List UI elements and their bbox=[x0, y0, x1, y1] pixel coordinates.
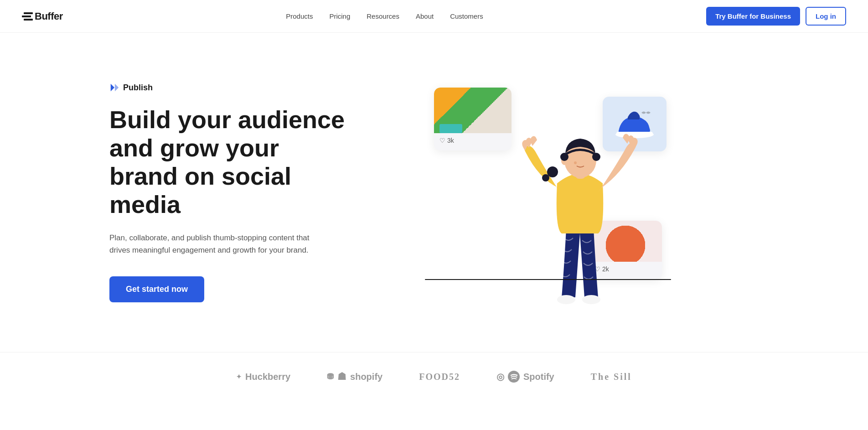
hero-content: Publish Build your audience and grow you… bbox=[109, 83, 346, 302]
svg-point-7 bbox=[560, 153, 568, 161]
publish-badge: Publish bbox=[109, 83, 346, 93]
logo-the-sill: The Sill bbox=[591, 372, 632, 382]
food52-label: FOOD52 bbox=[419, 372, 460, 382]
logo-text: Buffer bbox=[35, 10, 63, 22]
navbar: Buffer Products Pricing Resources About … bbox=[0, 0, 868, 33]
publish-icon bbox=[109, 83, 119, 93]
shopify-label: shopify bbox=[350, 372, 382, 382]
nav-pricing[interactable]: Pricing bbox=[329, 12, 350, 20]
illustration: ♡ 3k bbox=[434, 78, 671, 306]
nav-products[interactable]: Products bbox=[286, 12, 313, 20]
svg-point-9 bbox=[574, 161, 577, 164]
logo-shopify: ☗ shopify bbox=[327, 371, 382, 383]
buffer-logo-icon bbox=[22, 12, 31, 21]
logo-spotify: Spotify bbox=[496, 371, 554, 383]
card-likes-1: ♡ 3k bbox=[434, 133, 512, 144]
card-image-1 bbox=[434, 88, 512, 133]
ground-line bbox=[425, 279, 671, 280]
hero-illustration: ♡ 3k bbox=[346, 78, 759, 306]
nav-links: Products Pricing Resources About Custome… bbox=[286, 12, 483, 20]
logo-food52: FOOD52 bbox=[419, 372, 460, 382]
svg-point-11 bbox=[547, 166, 558, 177]
badge-label: Publish bbox=[123, 83, 153, 93]
login-button[interactable]: Log in bbox=[806, 7, 846, 26]
logo-huckberry: Huckberry bbox=[236, 372, 290, 382]
the-sill-label: The Sill bbox=[591, 372, 632, 382]
shopify-icon: ☗ bbox=[337, 371, 346, 383]
hero-section: Publish Build your audience and grow you… bbox=[0, 33, 868, 352]
logo-link[interactable]: Buffer bbox=[22, 10, 63, 22]
social-card-1: ♡ 3k bbox=[434, 88, 512, 150]
svg-point-8 bbox=[592, 153, 600, 161]
nav-resources[interactable]: Resources bbox=[367, 12, 399, 20]
get-started-button[interactable]: Get started now bbox=[109, 276, 204, 302]
huckberry-label: Huckberry bbox=[245, 372, 290, 382]
hero-title: Build your audience and grow your brand … bbox=[109, 105, 346, 218]
spotify-label: Spotify bbox=[523, 372, 554, 382]
nav-customers[interactable]: Customers bbox=[450, 12, 483, 20]
nav-actions: Try Buffer for Business Log in bbox=[706, 7, 846, 26]
spotify-icon bbox=[508, 371, 520, 383]
logos-bar: Huckberry ☗ shopify FOOD52 Spotify The S… bbox=[0, 352, 868, 404]
svg-point-3 bbox=[582, 295, 600, 304]
hero-subtitle: Plan, collaborate, and publish thumb-sto… bbox=[109, 232, 310, 256]
nav-about[interactable]: About bbox=[416, 12, 434, 20]
svg-point-2 bbox=[557, 295, 575, 304]
try-buffer-button[interactable]: Try Buffer for Business bbox=[706, 7, 800, 26]
person-figure bbox=[512, 115, 648, 306]
